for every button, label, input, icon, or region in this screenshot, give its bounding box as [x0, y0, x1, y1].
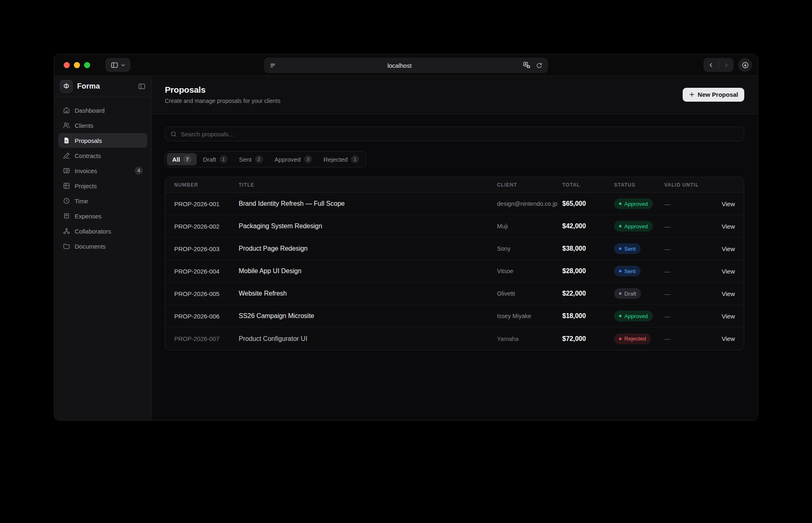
close-window-button[interactable] [64, 62, 70, 68]
browser-window: localhost Φ Forma D [54, 54, 758, 421]
status-badge: Sent [614, 266, 641, 276]
cell-client: Vitsoe [497, 268, 562, 274]
table-row[interactable]: PROP-2026-006 SS26 Campaign Microsite Is… [165, 305, 744, 327]
downloads-button[interactable] [738, 58, 752, 72]
column-header-status: STATUS [614, 182, 664, 188]
sidebar-item-label: Expenses [75, 213, 102, 220]
chevron-down-icon [121, 63, 125, 67]
sidebar-item-label: Projects [75, 182, 97, 189]
sidebar-item-invoices[interactable]: Invoices 4 [58, 163, 147, 178]
tab-count-badge: 1 [351, 155, 359, 163]
cell-client: Yamaha [497, 336, 562, 342]
sidebar-item-label: Contracts [75, 152, 101, 159]
table-row[interactable]: PROP-2026-002 Packaging System Redesign … [165, 215, 744, 238]
history-buttons [703, 58, 734, 72]
search-icon [170, 131, 177, 138]
view-link[interactable]: View [713, 245, 744, 252]
tab-approved[interactable]: Approved 3 [269, 153, 317, 165]
folder-icon [63, 243, 70, 250]
table-row[interactable]: PROP-2026-007 Product Configurator UI Ya… [165, 327, 744, 350]
tab-count-badge: 7 [183, 155, 191, 163]
tab-rejected[interactable]: Rejected 1 [318, 153, 364, 165]
cell-valid-until: — [664, 223, 713, 230]
status-dot-icon [619, 225, 621, 227]
tab-count-badge: 1 [220, 155, 228, 163]
column-header-client: CLIENT [497, 182, 562, 188]
status-dot-icon [619, 292, 621, 295]
view-link[interactable]: View [713, 200, 744, 207]
pen-icon [63, 152, 70, 159]
sidebar-item-contracts[interactable]: Contracts [58, 148, 147, 163]
sidebar: Φ Forma Dashboard Clients Proposals Cont… [54, 76, 152, 421]
sidebar-item-label: Collaborators [75, 228, 111, 235]
sidebar-item-label: Invoices [75, 167, 97, 174]
cell-valid-until: — [664, 290, 713, 297]
people-icon [63, 227, 70, 235]
cell-total: $42,000 [562, 223, 614, 230]
cell-total: $65,000 [562, 200, 614, 207]
tab-draft[interactable]: Draft 1 [197, 153, 233, 165]
sidebar-item-label: Documents [75, 243, 106, 250]
status-badge: Sent [614, 243, 641, 254]
sidebar-item-label: Time [75, 198, 88, 205]
sidebar-item-documents[interactable]: Documents [58, 239, 147, 254]
cell-number: PROP-2026-001 [165, 200, 239, 207]
minimize-window-button[interactable] [74, 62, 80, 68]
back-icon[interactable] [703, 62, 719, 68]
cell-number: PROP-2026-004 [165, 268, 239, 275]
sidebar-item-proposals[interactable]: Proposals [58, 133, 147, 148]
main-area: Proposals Create and manage proposals fo… [152, 76, 758, 421]
address-bar[interactable]: localhost [264, 58, 548, 73]
sidebar-panel-icon [111, 61, 118, 69]
tab-sent[interactable]: Sent 2 [234, 153, 268, 165]
view-link[interactable]: View [713, 268, 744, 275]
cell-client: Olivetti [497, 290, 562, 297]
view-link[interactable]: View [713, 290, 744, 297]
sidebar-badge: 4 [135, 167, 143, 175]
tab-all[interactable]: All 7 [167, 153, 197, 165]
sidebar-collapse-icon[interactable] [138, 82, 146, 90]
table-header-row: NUMBERTITLECLIENTTOTALSTATUSVALID UNTIL [165, 177, 744, 193]
traffic-lights [64, 62, 90, 68]
cell-title: Brand Identity Refresh — Full Scope [239, 200, 497, 207]
sidebar-nav: Dashboard Clients Proposals Contracts In… [54, 97, 151, 260]
zoom-window-button[interactable] [84, 62, 90, 68]
tab-label: Sent [239, 156, 252, 163]
reload-icon[interactable] [536, 62, 543, 69]
table-row[interactable]: PROP-2026-001 Brand Identity Refresh — F… [165, 193, 744, 215]
tab-count-badge: 2 [255, 155, 263, 163]
translate-icon[interactable] [523, 61, 531, 69]
cell-valid-until: — [664, 200, 713, 207]
cell-client: Issey Miyake [497, 313, 562, 319]
browser-toolbar: localhost [54, 54, 758, 76]
clock-icon [63, 197, 70, 205]
view-link[interactable]: View [713, 313, 744, 320]
sidebar-item-collaborators[interactable]: Collaborators [58, 224, 147, 238]
filter-tabs: All 7 Draft 1 Sent 2 Approved 3 Rejected… [165, 151, 366, 167]
cell-title: SS26 Campaign Microsite [239, 312, 497, 320]
tab-label: Approved [275, 156, 301, 163]
forward-icon[interactable] [719, 62, 734, 68]
view-link[interactable]: View [713, 335, 744, 342]
cell-title: Mobile App UI Design [239, 267, 497, 275]
table-row[interactable]: PROP-2026-004 Mobile App UI Design Vitso… [165, 260, 744, 283]
table-row[interactable]: PROP-2026-003 Product Page Redesign Sony… [165, 238, 744, 260]
new-proposal-button[interactable]: New Proposal [683, 88, 744, 102]
receipt-icon [63, 212, 70, 220]
cell-total: $22,000 [562, 290, 614, 297]
cell-valid-until: — [664, 245, 713, 252]
home-icon [63, 107, 70, 114]
sidebar-item-projects[interactable]: Projects [58, 178, 147, 193]
view-link[interactable]: View [713, 223, 744, 230]
sidebar-item-dashboard[interactable]: Dashboard [58, 103, 147, 118]
browser-sidebar-toggle-button[interactable] [105, 58, 131, 72]
search-input[interactable] [181, 131, 739, 138]
table-row[interactable]: PROP-2026-005 Website Refresh Olivetti $… [165, 283, 744, 305]
sidebar-item-clients[interactable]: Clients [58, 118, 147, 133]
cell-valid-until: — [664, 335, 713, 342]
column-header-number: NUMBER [165, 182, 239, 188]
status-badge: Approved [614, 311, 653, 321]
sidebar-header: Φ Forma [54, 76, 151, 97]
sidebar-item-expenses[interactable]: Expenses [58, 209, 147, 223]
sidebar-item-time[interactable]: Time [58, 194, 147, 208]
